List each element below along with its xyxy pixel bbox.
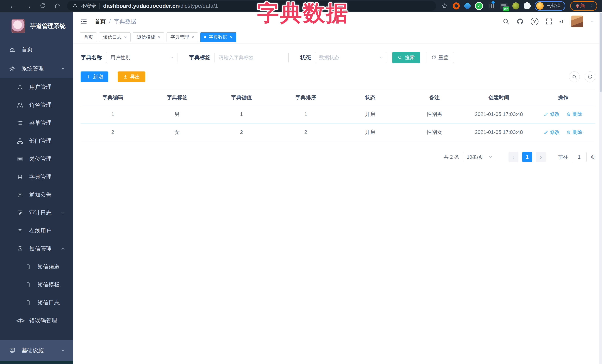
dict-name-select[interactable]: 用户性别 [106, 52, 177, 63]
close-icon[interactable]: × [124, 35, 127, 40]
tags-view-bar: 首页 短信日志 × 短信模板 × 字典管理 × 字典数据 × [73, 31, 602, 44]
not-secure-label: 不安全 [81, 3, 96, 9]
phone-icon [24, 264, 32, 270]
sidebar-item-audit-log[interactable]: 审计日志 [0, 204, 73, 222]
extension-sliders-icon[interactable] [488, 2, 495, 10]
sidebar-item-dict[interactable]: 字典管理 [0, 168, 73, 186]
close-icon[interactable]: × [158, 35, 161, 40]
github-icon[interactable] [516, 18, 524, 25]
status-label: 状态 [300, 54, 311, 61]
address-bar[interactable]: 不安全 dashboard.yudao.iocoder.cn/dict/type… [67, 1, 436, 11]
download-icon [123, 74, 128, 79]
page-1-button[interactable]: 1 [522, 152, 532, 162]
sidebar-item-posts[interactable]: 岗位管理 [0, 150, 73, 168]
profile-paused-chip[interactable]: 已暂停 [535, 1, 565, 11]
tab-label: 首页 [84, 34, 93, 40]
bookmark-star-icon[interactable] [441, 3, 448, 9]
url-domain: dashboard.yudao.iocoder.cn [103, 3, 179, 9]
extension-olive-icon[interactable] [512, 2, 519, 10]
extension-orange-icon[interactable] [453, 2, 460, 10]
url-text: dashboard.yudao.iocoder.cn/dict/type/dat… [103, 3, 218, 9]
cell-code: 2 [81, 123, 145, 141]
breadcrumb-current: 字典数据 [114, 18, 136, 25]
status-select[interactable]: 数据状态 [315, 52, 387, 63]
sidebar-item-sms[interactable]: 短信管理 [0, 240, 73, 258]
tab-sms-template[interactable]: 短信模板 × [133, 32, 164, 42]
tab-home[interactable]: 首页 [80, 32, 97, 42]
list-icon [16, 120, 24, 126]
sidebar-item-menus[interactable]: 菜单管理 [0, 114, 73, 132]
edit-label: 修改 [550, 129, 560, 135]
sidebar-item-system[interactable]: 系统管理 [0, 59, 73, 78]
sidebar-item-infrastructure[interactable]: 基础设施 [0, 340, 73, 361]
edit-link[interactable]: 修改 [544, 129, 560, 135]
delete-link[interactable]: 删除 [566, 111, 582, 117]
online-signal-icon [16, 228, 24, 234]
gear-icon [9, 65, 16, 72]
browser-home-button[interactable] [54, 3, 60, 9]
extension-check-icon[interactable]: ✓ [475, 2, 483, 10]
fullscreen-icon[interactable] [546, 18, 553, 25]
export-button[interactable]: 导出 [118, 72, 145, 82]
edit-link[interactable]: 修改 [544, 111, 560, 117]
delete-label: 删除 [572, 129, 582, 135]
font-size-icon[interactable]: tT [559, 18, 564, 25]
sidebar-item-online-users[interactable]: 在线用户 [0, 222, 73, 240]
sidebar-item-label: 短信渠道 [37, 263, 60, 270]
delete-link[interactable]: 删除 [566, 129, 582, 135]
browser-extensions-area: ✓ on 已暂停 更新 ⋮ [439, 1, 602, 11]
search-button[interactable]: 搜索 [392, 52, 420, 63]
next-page-button[interactable]: › [536, 152, 546, 162]
search-icon[interactable] [503, 18, 510, 25]
scrollbar-thumb[interactable] [600, 13, 602, 92]
sidebar-base-block: 基础设施 [0, 340, 73, 361]
cell-sort: 1 [274, 105, 338, 123]
sidebar-menu: 首页 系统管理 用户管理 角色管理 [0, 40, 73, 364]
extension-tampermonkey-icon[interactable]: on [500, 3, 507, 9]
browser-forward-button[interactable]: → [24, 2, 32, 10]
refresh-table-button[interactable] [585, 72, 595, 82]
sidebar-item-departments[interactable]: 部门管理 [0, 132, 73, 150]
sidebar-item-users[interactable]: 用户管理 [0, 78, 73, 96]
extension-gem-icon[interactable] [463, 2, 471, 10]
help-icon[interactable]: ? [531, 18, 538, 25]
toolbar-right [569, 72, 595, 82]
sidebar-item-error-codes[interactable]: </> 错误码管理 [0, 312, 73, 330]
browser-nav-buttons: ← → [0, 2, 60, 10]
add-button-label: 新增 [93, 73, 103, 80]
sidebar-item-sms-channel[interactable]: 短信渠道 [0, 258, 73, 276]
breadcrumb-home[interactable]: 首页 [95, 18, 106, 25]
col-status: 状态 [338, 90, 402, 105]
goto-page-input[interactable] [572, 152, 587, 162]
close-icon[interactable]: × [192, 35, 194, 40]
extensions-puzzle-icon[interactable] [524, 3, 530, 9]
sidebar-item-home[interactable]: 首页 [0, 40, 73, 59]
sidebar-item-roles[interactable]: 角色管理 [0, 96, 73, 114]
chrome-update-button[interactable]: 更新 ⋮ [570, 1, 597, 11]
sidebar-item-sms-template[interactable]: 短信模板 [0, 276, 73, 294]
user-avatar[interactable] [571, 16, 583, 27]
browser-menu-kebab-icon[interactable]: ⋮ [589, 3, 594, 9]
add-button[interactable]: 新增 [81, 72, 108, 82]
page-size-select[interactable]: 10条/页 [463, 152, 496, 162]
sidebar-item-notice[interactable]: 通知公告 [0, 186, 73, 204]
sidebar-bottom-strip [0, 361, 73, 364]
window-scrollbar[interactable] [599, 12, 602, 364]
close-icon[interactable]: × [230, 35, 232, 40]
not-secure-warning-icon [72, 3, 78, 9]
prev-page-button[interactable]: ‹ [508, 152, 518, 162]
sidebar-logo-row[interactable]: 芋道管理系统 [0, 12, 73, 40]
toggle-search-button[interactable] [569, 72, 580, 82]
sidebar-collapse-icon[interactable] [80, 18, 88, 25]
browser-back-button[interactable]: ← [9, 2, 16, 10]
sidebar-item-sms-log[interactable]: 短信日志 [0, 294, 73, 312]
tab-dict-manage[interactable]: 字典管理 × [167, 32, 198, 42]
tab-dict-data[interactable]: 字典数据 × [200, 32, 236, 42]
avatar-caret-down-icon[interactable] [590, 19, 595, 24]
tab-sms-log[interactable]: 短信日志 × [99, 32, 130, 42]
dict-label-input[interactable] [215, 52, 289, 63]
reset-button[interactable]: 重置 [426, 52, 454, 63]
sidebar-item-label: 系统管理 [22, 65, 44, 73]
browser-reload-button[interactable] [40, 3, 46, 9]
col-created: 创建时间 [467, 90, 531, 105]
